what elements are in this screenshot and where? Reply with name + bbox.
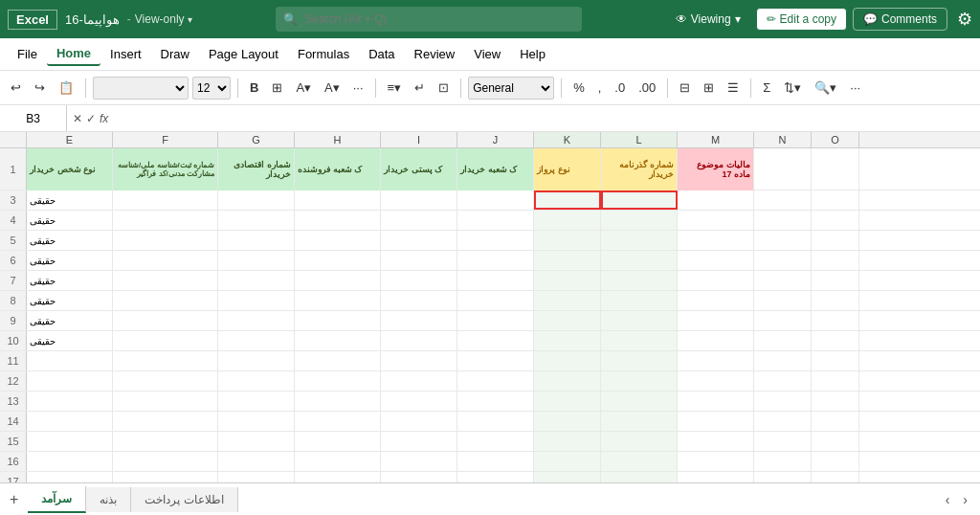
- cell-F5[interactable]: [113, 231, 218, 250]
- cell-J13[interactable]: [457, 392, 534, 411]
- cell-H3[interactable]: [295, 190, 381, 210]
- cell-G9[interactable]: [218, 311, 295, 330]
- function-icon[interactable]: fx: [100, 112, 108, 125]
- cell-N12[interactable]: [754, 371, 812, 391]
- cell-J5[interactable]: [457, 231, 534, 250]
- cell-E11[interactable]: [27, 351, 113, 370]
- cell-N10[interactable]: [754, 331, 812, 350]
- cell-O11[interactable]: [812, 351, 859, 370]
- cell-O6[interactable]: [812, 251, 859, 270]
- cell-I12[interactable]: [381, 371, 457, 391]
- align-button[interactable]: ≡▾: [383, 78, 407, 97]
- cell-K11[interactable]: [534, 351, 601, 370]
- header-cell-I1[interactable]: ک پستی خریدار: [381, 148, 457, 190]
- cell-G10[interactable]: [218, 331, 295, 350]
- menu-item-insert[interactable]: Insert: [100, 43, 151, 65]
- col-header-G[interactable]: G: [218, 132, 295, 147]
- cell-L4[interactable]: [601, 211, 678, 230]
- cell-G14[interactable]: [218, 412, 295, 431]
- cell-K12[interactable]: [534, 371, 601, 391]
- menu-item-home[interactable]: Home: [47, 42, 100, 66]
- cell-K13[interactable]: [534, 392, 601, 411]
- cell-F15[interactable]: [113, 432, 218, 451]
- cell-M15[interactable]: [678, 432, 754, 451]
- cell-F4[interactable]: [113, 211, 218, 230]
- cell-N15[interactable]: [754, 432, 812, 451]
- menu-item-pagelayout[interactable]: Page Layout: [199, 43, 288, 65]
- add-sheet-button[interactable]: +: [0, 487, 28, 494]
- cell-O3[interactable]: [812, 190, 859, 210]
- cell-I7[interactable]: [381, 271, 457, 290]
- cell-H6[interactable]: [295, 251, 381, 270]
- font-color-button[interactable]: A▾: [320, 78, 345, 97]
- cell-E4[interactable]: حقیقی: [27, 211, 113, 230]
- cell-G7[interactable]: [218, 271, 295, 290]
- cell-J8[interactable]: [457, 291, 534, 310]
- header-cell-J1[interactable]: ک شعبه خریدار: [457, 148, 534, 190]
- cell-K7[interactable]: [534, 271, 601, 290]
- header-cell-G1[interactable]: شماره اقتصادی خریدار: [218, 148, 295, 190]
- cell-G6[interactable]: [218, 251, 295, 270]
- col-header-M[interactable]: M: [678, 132, 754, 147]
- cell-K15[interactable]: [534, 432, 601, 451]
- cell-G16[interactable]: [218, 452, 295, 471]
- cell-G12[interactable]: [218, 371, 295, 391]
- sheet-tab-bodneh[interactable]: بذنه: [86, 487, 131, 494]
- cell-E12[interactable]: [27, 371, 113, 391]
- cell-N8[interactable]: [754, 291, 812, 310]
- grid-area[interactable]: 1 نوع شخص خریدار شماره ثبت/شناسه ملی/شنا…: [0, 148, 980, 493]
- cell-K5[interactable]: [534, 231, 601, 250]
- cell-M12[interactable]: [678, 371, 754, 391]
- cell-H12[interactable]: [295, 371, 381, 391]
- cell-H5[interactable]: [295, 231, 381, 250]
- table-format-button[interactable]: ⊞: [699, 78, 719, 97]
- find-button[interactable]: 🔍▾: [810, 78, 841, 97]
- font-select[interactable]: [93, 77, 189, 100]
- cell-F7[interactable]: [113, 271, 218, 290]
- header-cell-O1[interactable]: [812, 148, 859, 190]
- cell-E8[interactable]: حقیقی: [27, 291, 113, 310]
- cell-N14[interactable]: [754, 412, 812, 431]
- col-header-F[interactable]: F: [113, 132, 218, 147]
- sheet-tab-ettelaat[interactable]: اطلاعات پرداخت: [131, 487, 237, 494]
- cell-I3[interactable]: [381, 190, 457, 210]
- more-toolbar-button[interactable]: ···: [845, 78, 865, 97]
- menu-item-data[interactable]: Data: [359, 43, 404, 65]
- comma-button[interactable]: ,: [593, 78, 607, 97]
- cell-reference[interactable]: B3: [0, 105, 67, 131]
- cell-M3[interactable]: [678, 190, 754, 210]
- cell-N16[interactable]: [754, 452, 812, 471]
- col-header-I[interactable]: I: [381, 132, 457, 147]
- cell-F6[interactable]: [113, 251, 218, 270]
- gear-icon[interactable]: ⚙: [957, 9, 972, 30]
- cell-E15[interactable]: [27, 432, 113, 451]
- viewing-button[interactable]: 👁 Viewing ▾: [666, 9, 750, 30]
- cell-J6[interactable]: [457, 251, 534, 270]
- cell-N9[interactable]: [754, 311, 812, 330]
- cell-G5[interactable]: [218, 231, 295, 250]
- clipboard-button[interactable]: 📋: [54, 78, 78, 97]
- cell-K14[interactable]: [534, 412, 601, 431]
- cell-L12[interactable]: [601, 371, 678, 391]
- col-header-N[interactable]: N: [754, 132, 812, 147]
- cell-H7[interactable]: [295, 271, 381, 290]
- cell-L6[interactable]: [601, 251, 678, 270]
- cell-M7[interactable]: [678, 271, 754, 290]
- cell-E10[interactable]: حقیقی: [27, 331, 113, 350]
- cell-F16[interactable]: [113, 452, 218, 471]
- cell-H9[interactable]: [295, 311, 381, 330]
- cell-M8[interactable]: [678, 291, 754, 310]
- cell-K9[interactable]: [534, 311, 601, 330]
- cell-N7[interactable]: [754, 271, 812, 290]
- cell-J16[interactable]: [457, 452, 534, 471]
- cell-N5[interactable]: [754, 231, 812, 250]
- cell-I14[interactable]: [381, 412, 457, 431]
- cell-E9[interactable]: حقیقی: [27, 311, 113, 330]
- cell-L10[interactable]: [601, 331, 678, 350]
- cell-I9[interactable]: [381, 311, 457, 330]
- cell-N4[interactable]: [754, 211, 812, 230]
- cell-H11[interactable]: [295, 351, 381, 370]
- cell-K10[interactable]: [534, 331, 601, 350]
- header-cell-N1[interactable]: [754, 148, 812, 190]
- cell-N3[interactable]: [754, 190, 812, 210]
